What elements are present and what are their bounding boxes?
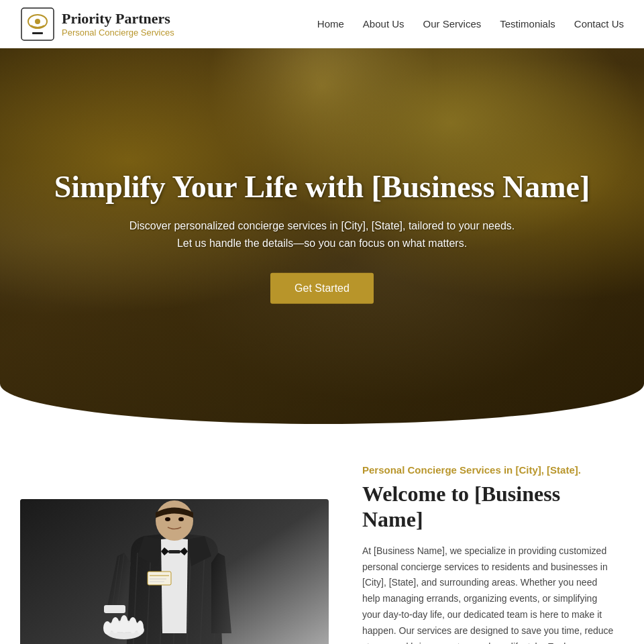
svg-point-20: [120, 615, 128, 633]
site-header: Priority Partners Personal Concierge Ser…: [0, 0, 644, 48]
hero-title: Simplify Your Life with [Business Name]: [54, 168, 590, 205]
svg-point-2: [35, 19, 40, 24]
logo-subtitle: Personal Concierge Services: [62, 28, 174, 38]
svg-rect-15: [104, 605, 125, 613]
svg-rect-12: [168, 550, 180, 553]
main-nav: Home About Us Our Services Testimonials …: [317, 18, 624, 30]
logo-icon: [20, 7, 55, 42]
svg-point-29: [178, 517, 184, 521]
svg-point-21: [129, 617, 137, 633]
nav-contact[interactable]: Contact Us: [574, 18, 624, 30]
svg-rect-23: [148, 572, 171, 585]
svg-point-28: [165, 517, 170, 521]
svg-rect-3: [32, 32, 43, 34]
svg-point-19: [111, 617, 119, 633]
nav-testimonials[interactable]: Testimonials: [500, 18, 555, 30]
svg-point-27: [156, 500, 193, 541]
about-title: Welcome to [Business Name]: [362, 481, 617, 533]
hero-subtitle: Discover personalized concierge services…: [121, 217, 523, 252]
svg-point-22: [137, 621, 144, 634]
hero-content: Simplify Your Life with [Business Name] …: [0, 168, 644, 304]
about-tagline: Personal Concierge Services in [City], […: [362, 464, 617, 476]
nav-home[interactable]: Home: [317, 18, 344, 30]
svg-point-18: [103, 621, 111, 635]
about-image: [20, 499, 329, 644]
logo-text-area: Priority Partners Personal Concierge Ser…: [62, 10, 174, 38]
about-content: Personal Concierge Services in [City], […: [362, 464, 617, 644]
logo-title: Priority Partners: [62, 10, 174, 28]
about-section: Personal Concierge Services in [City], […: [0, 424, 644, 644]
hero-section: Simplify Your Life with [Business Name] …: [0, 48, 644, 424]
about-body-text: At [Business Name], we specialize in pro…: [362, 543, 617, 644]
logo-area: Priority Partners Personal Concierge Ser…: [20, 7, 174, 42]
hero-cta-button[interactable]: Get Started: [270, 273, 374, 304]
nav-about[interactable]: About Us: [363, 18, 405, 30]
nav-services[interactable]: Our Services: [423, 18, 482, 30]
butler-illustration: [20, 499, 329, 644]
